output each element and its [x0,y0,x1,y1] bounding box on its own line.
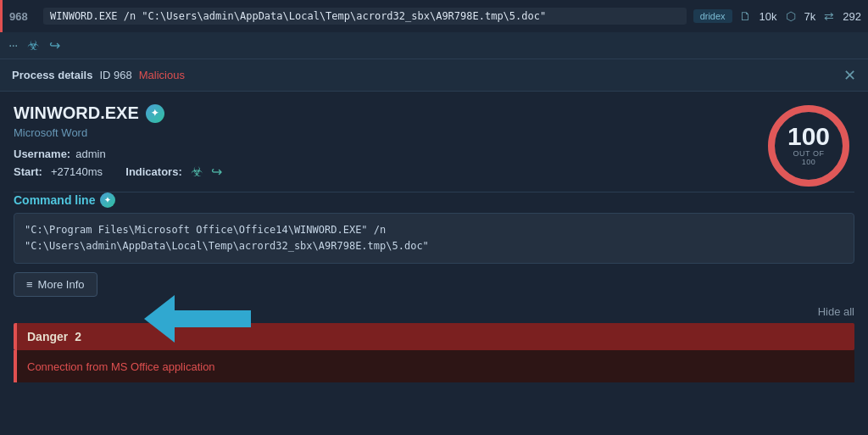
username-label: Username: [14,148,70,160]
cmd-ai-icon: ✦ [100,192,115,208]
process-name-row: WINWORD.EXE ✦ [14,103,854,123]
stat3-value: 292 [843,10,861,23]
score-label: OUT OF 100 [787,149,830,166]
details-label: Process details [12,69,92,81]
share-icon: ⇄ [824,9,834,23]
top-bar-tag: dridex [693,9,732,23]
redirect-arrow-icon[interactable]: ↪ [49,37,60,53]
indicators-label: Indicators: [125,165,181,178]
hide-all-button[interactable]: Hide all [818,305,854,318]
username-row: Username: admin [14,148,854,160]
command-line-section: Command line ✦ "C:\Program Files\Microso… [0,192,868,297]
arrow-body [175,310,251,327]
page-icon: 🗋 [739,9,751,23]
top-bar-command: WINWORD.EXE /n "C:\Users\admin\AppData\L… [43,8,687,25]
command-line-label: Command line [14,193,95,207]
cmd-line-1: "C:\Program Files\Microsoft Office\Offic… [25,222,843,238]
process-name: WINWORD.EXE [14,103,139,123]
start-indicators-row: Start: +27140ms Indicators: ☣ ↪ [14,164,854,180]
left-section: WINWORD.EXE ✦ Microsoft Word Username: a… [14,103,854,183]
stat1-value: 10k [760,10,777,23]
biohazard-icon[interactable]: ☣ [27,37,39,53]
danger-item: Connection from MS Office application [14,350,854,382]
cmd-line-2: "C:\Users\admin\AppData\Local\Temp\acror… [25,238,843,254]
arrow-head [144,295,175,343]
second-bar: ··· ☣ ↪ [0,32,868,59]
more-info-icon: ≡ [26,278,33,291]
dots-icon: ··· [8,38,17,53]
hide-all-row: Hide all [14,305,854,318]
start-label: Start: [14,165,42,178]
danger-item-text: Connection from MS Office application [27,360,215,373]
arrow-indicator-icon: ↪ [211,164,222,180]
top-bar-pid: 968 [9,10,36,23]
cmd-label-row: Command line ✦ [14,192,854,208]
username-value: admin [75,148,105,160]
more-info-button[interactable]: ≡ More Info [14,272,97,297]
top-bar: 968 WINWORD.EXE /n "C:\Users\admin\AppDa… [0,0,868,32]
node-icon: ⬡ [786,9,796,23]
biohazard-indicator-icon: ☣ [191,164,203,180]
main-content: WINWORD.EXE ✦ Microsoft Word Username: a… [0,92,868,192]
more-info-label: More Info [38,278,85,291]
start-value: +27140ms [51,165,103,178]
details-id: ID 968 [99,69,131,81]
top-bar-stats: 🗋 10k ⬡ 7k ⇄ 292 [739,9,861,23]
details-header: Process details ID 968 Malicious ✕ [0,59,868,92]
score-circle: 100 OUT OF 100 [766,103,851,188]
details-malicious-status: Malicious [139,69,185,81]
close-button[interactable]: ✕ [843,68,856,83]
process-subtitle: Microsoft Word [14,126,854,139]
danger-header: Danger 2 [14,323,854,350]
score-text: 100 OUT OF 100 [787,124,830,166]
score-number: 100 [787,124,830,149]
stat2-value: 7k [804,10,816,23]
danger-count: 2 [75,330,81,343]
danger-label: Danger [27,330,68,343]
bottom-section: Hide all Danger 2 Connection from MS Off… [0,305,868,382]
arrow-annotation [144,295,251,343]
command-line-box: "C:\Program Files\Microsoft Office\Offic… [14,213,854,264]
ai-icon: ✦ [146,104,164,123]
